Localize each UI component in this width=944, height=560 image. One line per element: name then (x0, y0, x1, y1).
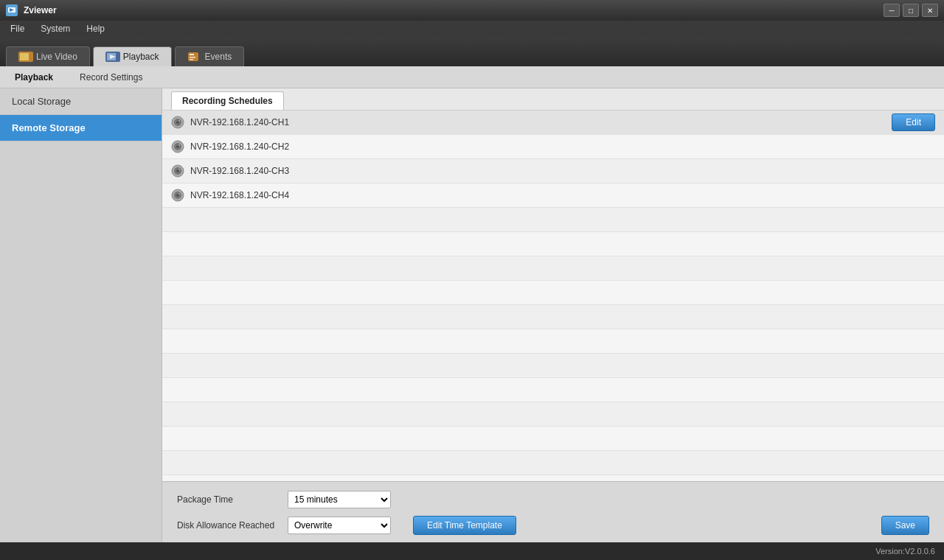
channel-row-ch3: NVR-192.168.1.240-CH3 (162, 159, 944, 183)
empty-row-15 (162, 451, 944, 475)
svg-point-28 (178, 193, 180, 195)
sidebar-item-local-storage-label: Local Storage (12, 96, 71, 107)
nav-tab-playback-label: Playback (123, 52, 159, 62)
bottom-area: Package Time 15 minutes 30 minutes 1 hou… (162, 481, 944, 542)
menubar: File System Help (0, 21, 944, 37)
playback-icon (105, 52, 119, 62)
camera-icon-ch2 (171, 140, 184, 153)
camera-icon-ch4 (171, 189, 184, 202)
empty-row-8 (162, 281, 944, 305)
nav-tab-events-label: Events (205, 52, 232, 62)
empty-row-11 (162, 354, 944, 378)
package-time-select[interactable]: 15 minutes 30 minutes 1 hour 2 hours (288, 491, 391, 508)
version-label: Version:V2.0.0.6 (875, 547, 935, 556)
empty-row-13 (162, 402, 944, 427)
minimize-button[interactable]: ─ (884, 4, 900, 17)
app-title: Zviewer (24, 5, 57, 15)
channel-row-ch4: NVR-192.168.1.240-CH4 (162, 183, 944, 208)
channel-name-ch4: NVR-192.168.1.240-CH4 (190, 190, 289, 200)
channel-left-ch1: NVR-192.168.1.240-CH1 (171, 116, 289, 129)
subheader: Playback Record Settings (0, 66, 944, 88)
empty-row-10 (162, 329, 944, 354)
sidebar-item-remote-storage[interactable]: Remote Storage (0, 115, 162, 141)
titlebar-controls: ─ □ ✕ (884, 4, 938, 17)
channel-left-ch3: NVR-192.168.1.240-CH3 (171, 164, 289, 178)
channel-row-ch2: NVR-192.168.1.240-CH2 (162, 135, 944, 159)
channel-row-ch1: NVR-192.168.1.240-CH1 Edit (162, 111, 944, 135)
tab-recording-schedules[interactable]: Recording Schedules (171, 91, 284, 110)
empty-row-14 (162, 427, 944, 451)
channel-list: NVR-192.168.1.240-CH1 Edit NVR-192 (162, 111, 944, 481)
sidebar: Local Storage Remote Storage (0, 88, 162, 542)
svg-point-16 (178, 120, 180, 122)
empty-row-5 (162, 208, 944, 232)
channel-name-ch1: NVR-192.168.1.240-CH1 (190, 117, 289, 127)
svg-rect-11 (190, 57, 195, 58)
package-time-label: Package Time (177, 494, 280, 505)
subheader-record-settings[interactable]: Record Settings (74, 69, 148, 85)
nav-tab-playback[interactable]: Playback (93, 46, 172, 66)
menu-system[interactable]: System (33, 22, 77, 35)
footer: Version:V2.0.0.6 (0, 542, 944, 560)
live-video-icon (18, 52, 32, 62)
channel-name-ch3: NVR-192.168.1.240-CH3 (190, 166, 289, 176)
nav-tab-events[interactable]: Events (175, 46, 245, 66)
subheader-playback[interactable]: Playback (9, 69, 59, 85)
nav-tab-live-video[interactable]: Live Video (6, 46, 90, 66)
edit-button-ch1[interactable]: Edit (892, 113, 935, 131)
tab-recording-schedules-label: Recording Schedules (182, 96, 273, 106)
channel-left-ch2: NVR-192.168.1.240-CH2 (171, 140, 289, 153)
camera-icon-ch3 (171, 164, 184, 178)
camera-icon-ch1 (171, 116, 184, 129)
close-button[interactable]: ✕ (922, 4, 938, 17)
main-layout: Local Storage Remote Storage Recording S… (0, 88, 944, 542)
menu-help[interactable]: Help (79, 22, 112, 35)
events-icon (187, 52, 201, 62)
empty-row-12 (162, 378, 944, 402)
disk-allowance-select[interactable]: Overwrite Stop Recording (288, 517, 391, 534)
empty-row-16 (162, 475, 944, 481)
menu-file[interactable]: File (3, 22, 32, 35)
empty-row-6 (162, 232, 944, 256)
save-button[interactable]: Save (881, 516, 929, 535)
package-time-row: Package Time 15 minutes 30 minutes 1 hou… (177, 491, 929, 508)
nav-tab-live-video-label: Live Video (36, 52, 77, 62)
svg-rect-4 (20, 53, 29, 60)
empty-row-7 (162, 256, 944, 281)
sidebar-item-remote-storage-label: Remote Storage (12, 122, 86, 133)
edit-time-template-button[interactable]: Edit Time Template (413, 516, 516, 535)
svg-rect-12 (190, 59, 193, 60)
channel-name-ch2: NVR-192.168.1.240-CH2 (190, 141, 289, 152)
channel-left-ch4: NVR-192.168.1.240-CH4 (171, 189, 289, 202)
svg-rect-10 (190, 54, 194, 55)
restore-button[interactable]: □ (903, 4, 919, 17)
nav-tabs: Live Video Playback Events (0, 37, 944, 66)
titlebar-left: Zviewer (6, 4, 57, 16)
svg-point-24 (178, 169, 180, 170)
titlebar: Zviewer ─ □ ✕ (0, 0, 944, 21)
content-area: Recording Schedules NVR-192.168.1.24 (162, 88, 944, 542)
disk-allowance-label: Disk Allowance Reached (177, 520, 280, 531)
sidebar-item-local-storage[interactable]: Local Storage (0, 88, 162, 115)
disk-allowance-row: Disk Allowance Reached Overwrite Stop Re… (177, 516, 929, 535)
svg-point-20 (178, 144, 180, 146)
app-icon (6, 4, 18, 16)
empty-row-9 (162, 305, 944, 329)
content-tab-bar: Recording Schedules (162, 88, 944, 111)
